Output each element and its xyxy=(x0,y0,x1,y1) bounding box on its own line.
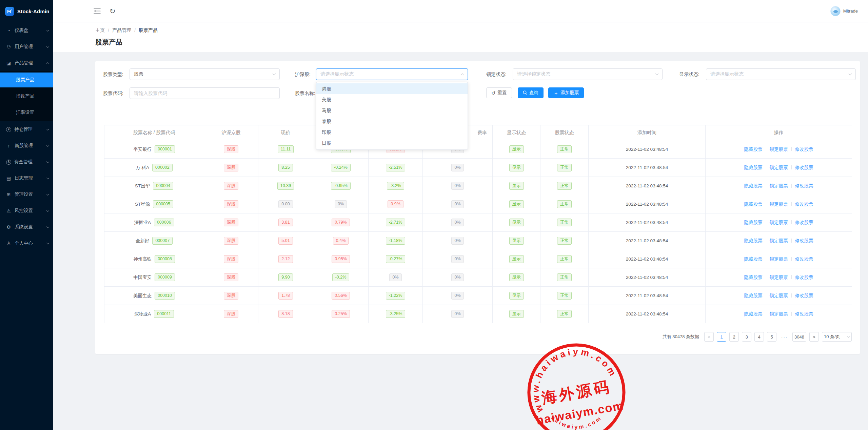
page-ellipsis[interactable]: ··· xyxy=(780,332,789,342)
page-button-4[interactable]: 4 xyxy=(754,332,764,342)
action-锁定股票[interactable]: 锁定股票 xyxy=(770,293,788,298)
chevron-down-icon xyxy=(46,192,49,195)
action-修改股票[interactable]: 修改股票 xyxy=(795,257,813,262)
action-divider xyxy=(766,275,766,279)
market-select[interactable]: 请选择显示状态 xyxy=(316,68,468,80)
lock-status-select[interactable]: 请选择锁定状态 xyxy=(513,68,663,80)
change-badge: 0.79% xyxy=(332,219,350,227)
page-size-select[interactable]: 10 条/页 xyxy=(822,332,852,342)
action-隐藏股票[interactable]: 隐藏股票 xyxy=(744,165,763,170)
sidebar-subitem-指数产品[interactable]: 指数产品 xyxy=(0,88,53,104)
sidebar-item-1[interactable]: ⚇用户管理 xyxy=(0,39,53,55)
user-avatar[interactable] xyxy=(830,6,841,16)
fee-cell: 0% xyxy=(423,232,493,250)
dropdown-option-泰股[interactable]: 泰股 xyxy=(316,116,468,127)
stock-type-value: 股票 xyxy=(134,71,143,77)
fee-cell: 0% xyxy=(423,268,493,287)
action-隐藏股票[interactable]: 隐藏股票 xyxy=(744,183,763,188)
action-修改股票[interactable]: 修改股票 xyxy=(795,165,813,170)
breadcrumb-home[interactable]: 主页 xyxy=(95,27,105,34)
action-锁定股票[interactable]: 锁定股票 xyxy=(770,311,788,316)
chevron-down-icon xyxy=(655,72,659,75)
sidebar-item-8[interactable]: ⚠风控设置 xyxy=(0,203,53,219)
action-锁定股票[interactable]: 锁定股票 xyxy=(770,275,788,280)
action-锁定股票[interactable]: 锁定股票 xyxy=(770,220,788,225)
action-修改股票[interactable]: 修改股票 xyxy=(795,202,813,207)
sidebar-item-6[interactable]: ▤日志管理 xyxy=(0,170,53,186)
action-修改股票[interactable]: 修改股票 xyxy=(795,183,813,188)
action-锁定股票[interactable]: 锁定股票 xyxy=(770,257,788,262)
action-锁定股票[interactable]: 锁定股票 xyxy=(770,238,788,243)
action-隐藏股票[interactable]: 隐藏股票 xyxy=(744,202,763,207)
sidebar-item-3[interactable]: ¥持仓管理 xyxy=(0,121,53,138)
prev-page-button[interactable]: < xyxy=(704,332,714,342)
breadcrumb-product-management[interactable]: 产品管理 xyxy=(112,27,131,34)
action-修改股票[interactable]: 修改股票 xyxy=(795,293,813,298)
display-status-select[interactable]: 请选择显示状态 xyxy=(706,68,856,80)
positions-icon: ¥ xyxy=(6,127,11,132)
dropdown-option-港股[interactable]: 港股 xyxy=(316,83,468,94)
action-修改股票[interactable]: 修改股票 xyxy=(795,311,813,316)
page-button-3048[interactable]: 3048 xyxy=(792,332,806,342)
sidebar-item-10[interactable]: ♙个人中心 xyxy=(0,235,53,251)
change-badge: -0.2% xyxy=(332,273,350,282)
action-锁定股票[interactable]: 锁定股票 xyxy=(770,165,788,170)
dropdown-option-美股[interactable]: 美股 xyxy=(316,94,468,105)
add-stock-button[interactable]: ＋ 添加股票 xyxy=(548,87,584,98)
page-button-5[interactable]: 5 xyxy=(767,332,776,342)
stock-name: 深振业A xyxy=(134,220,151,226)
sidebar-item-4[interactable]: ↕新股管理 xyxy=(0,138,53,154)
price-badge: 5.01 xyxy=(278,237,293,245)
next-page-button[interactable]: > xyxy=(809,332,819,342)
change-b-cell: -1.22% xyxy=(369,287,423,305)
sidebar-item-label: 新股管理 xyxy=(15,143,33,149)
fee-badge: 0% xyxy=(451,219,463,227)
action-修改股票[interactable]: 修改股票 xyxy=(795,147,813,152)
actions-cell: 隐藏股票锁定股票修改股票 xyxy=(706,268,852,287)
action-锁定股票[interactable]: 锁定股票 xyxy=(770,202,788,207)
action-锁定股票[interactable]: 锁定股票 xyxy=(770,183,788,188)
action-锁定股票[interactable]: 锁定股票 xyxy=(770,147,788,152)
refresh-icon[interactable]: ↻ xyxy=(110,7,116,15)
action-修改股票[interactable]: 修改股票 xyxy=(795,238,813,243)
page-button-2[interactable]: 2 xyxy=(729,332,739,342)
action-隐藏股票[interactable]: 隐藏股票 xyxy=(744,238,763,243)
sidebar-subitem-汇率设置[interactable]: 汇率设置 xyxy=(0,104,53,121)
market-badge: 深股 xyxy=(224,237,238,245)
stock-type-select[interactable]: 股票 xyxy=(130,68,280,80)
collapse-sidebar-icon[interactable] xyxy=(94,8,101,14)
stock-name-code-cell: ST国华000004 xyxy=(104,177,204,195)
pagination-total: 共有 30478 条数据 xyxy=(663,334,699,340)
sidebar-item-5[interactable]: $资金管理 xyxy=(0,154,53,170)
action-修改股票[interactable]: 修改股票 xyxy=(795,220,813,225)
action-隐藏股票[interactable]: 隐藏股票 xyxy=(744,293,763,298)
action-隐藏股票[interactable]: 隐藏股票 xyxy=(744,220,763,225)
page-button-1[interactable]: 1 xyxy=(717,332,726,342)
action-隐藏股票[interactable]: 隐藏股票 xyxy=(744,147,763,152)
sidebar-item-2[interactable]: ◪产品管理 xyxy=(0,55,53,71)
action-隐藏股票[interactable]: 隐藏股票 xyxy=(744,257,763,262)
search-button[interactable]: 查询 xyxy=(518,87,544,98)
action-修改股票[interactable]: 修改股票 xyxy=(795,275,813,280)
sidebar-subitem-股票产品[interactable]: 股票产品 xyxy=(0,73,53,87)
added-time-cell: 2022-11-02 03:48:54 xyxy=(589,213,706,232)
change-a-cell: 0% xyxy=(313,195,369,213)
display-status-label: 显示状态: xyxy=(679,68,699,80)
sidebar-item-9[interactable]: ⚙系统设置 xyxy=(0,219,53,235)
price-cell: 2.12 xyxy=(258,250,313,268)
change-b-cell: -2.71% xyxy=(369,213,423,232)
stock-name: 美丽生态 xyxy=(133,293,152,299)
sidebar-item-0[interactable]: ◔仪表盘 xyxy=(0,22,53,39)
dropdown-option-日股[interactable]: 日股 xyxy=(316,138,468,148)
stock-status-badge: 正常 xyxy=(557,219,572,227)
action-隐藏股票[interactable]: 隐藏股票 xyxy=(744,311,763,316)
action-隐藏股票[interactable]: 隐藏股票 xyxy=(744,275,763,280)
reset-button[interactable]: ↺ 重置 xyxy=(486,87,512,98)
dropdown-option-印股[interactable]: 印股 xyxy=(316,127,468,138)
logs-icon: ▤ xyxy=(6,176,12,181)
page-button-3[interactable]: 3 xyxy=(742,332,751,342)
table-row: 深物业A000011深股8.180.25%-3.25%0%显示正常2022-11… xyxy=(104,305,852,323)
sidebar-item-7[interactable]: ⊞管理设置 xyxy=(0,186,53,203)
dropdown-option-马股[interactable]: 马股 xyxy=(316,105,468,116)
stock-code-input[interactable] xyxy=(134,90,275,96)
